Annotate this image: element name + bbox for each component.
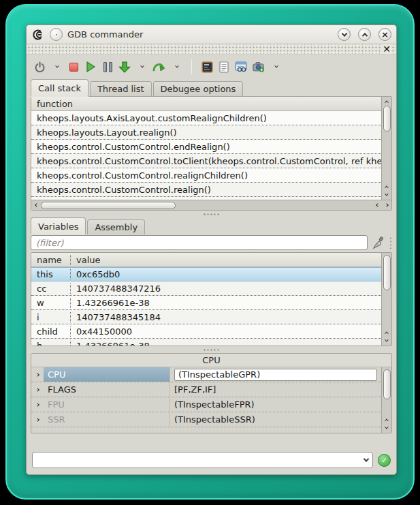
- expand-button[interactable]: [31, 403, 44, 406]
- close-button[interactable]: ×: [378, 28, 391, 41]
- scroll-down-button[interactable]: [383, 424, 391, 432]
- chevron-left-icon: [376, 203, 380, 207]
- scroll-right-button[interactable]: [382, 201, 391, 209]
- chevron-down-icon: [175, 64, 179, 68]
- variable-row[interactable]: cc 140737488347216: [31, 281, 381, 296]
- snapshot-button[interactable]: [253, 59, 265, 75]
- step-over-dropdown[interactable]: [170, 59, 182, 75]
- chevron-down-icon: [385, 338, 389, 342]
- cpu-register-row[interactable]: FLAGS [PF,ZF,IF]: [31, 382, 381, 397]
- stop-button[interactable]: [67, 59, 80, 75]
- chevron-down-icon: [385, 425, 389, 429]
- chevron-up-icon: [361, 33, 367, 38]
- scrollbar-thumb[interactable]: [383, 369, 391, 399]
- dock-close-button[interactable]: ✕: [381, 44, 392, 54]
- variables-panel: name value this 0xc65db0 cc 140737488347…: [31, 252, 392, 346]
- chevron-up-icon: [385, 101, 389, 105]
- panel-splitter[interactable]: [27, 211, 396, 217]
- output-list-button[interactable]: [218, 59, 230, 75]
- chevron-right-icon: [35, 418, 39, 422]
- variables-column-headers[interactable]: name value: [31, 253, 381, 267]
- name-column-header[interactable]: name: [37, 255, 71, 265]
- cpu-vertical-scrollbar[interactable]: [381, 367, 391, 433]
- expand-button[interactable]: [31, 418, 44, 421]
- callstack-column-header[interactable]: function: [31, 97, 381, 111]
- scroll-down-button[interactable]: [383, 191, 391, 199]
- run-button[interactable]: [84, 59, 97, 75]
- send-command-button[interactable]: ✓: [378, 454, 391, 467]
- dock-drag-handle[interactable]: ✕: [27, 44, 396, 55]
- variable-row[interactable]: child 0x44150000: [31, 324, 381, 339]
- chevron-right-icon: [385, 203, 389, 207]
- cpu-register-row[interactable]: CPU (TInspectableGPR): [31, 367, 381, 382]
- gdb-command-input[interactable]: [37, 455, 364, 465]
- cpu-value-editor[interactable]: (TInspectableGPR): [174, 369, 377, 381]
- callstack-row[interactable]: kheops.control.CustomControl.realignChil…: [31, 168, 381, 183]
- power-icon: [34, 61, 46, 73]
- scroll-up-button[interactable]: [383, 97, 391, 106]
- filter-input[interactable]: [31, 235, 368, 250]
- power-dropdown[interactable]: [50, 59, 63, 75]
- cpu-rows: CPU (TInspectableGPR) FLAGS [PF,ZF,IF] F…: [31, 367, 381, 433]
- scroll-left-button-2[interactable]: [373, 201, 382, 209]
- cpu-panel-title: CPU: [31, 354, 391, 367]
- pause-button[interactable]: [101, 59, 114, 75]
- panel-splitter[interactable]: [27, 346, 396, 353]
- chevron-left-icon: [35, 203, 39, 207]
- chevron-down-icon: [274, 64, 278, 68]
- variable-row[interactable]: this 0xc65db0: [31, 267, 381, 281]
- value-column-header[interactable]: value: [71, 255, 101, 265]
- clear-filter-button[interactable]: [372, 234, 385, 251]
- cpu-view-button[interactable]: [201, 59, 213, 75]
- output-list-icon: [219, 61, 229, 73]
- cpu-register-row[interactable]: SSR (TInspectableSSR): [31, 412, 381, 427]
- expand-button[interactable]: [31, 388, 44, 391]
- tab-call-stack[interactable]: Call stack: [31, 79, 88, 96]
- call-stack-panel: function kheops.layouts.AxisLayout.custo…: [31, 96, 392, 211]
- callstack-vertical-scrollbar[interactable]: [381, 97, 391, 200]
- scroll-up-button[interactable]: [383, 416, 391, 424]
- variable-row[interactable]: w 1.43266961e-38: [31, 296, 381, 310]
- debug-tabs: Call stack Thread list Debugee options: [27, 79, 396, 96]
- watch-window-button[interactable]: [235, 59, 248, 75]
- scroll-left-button[interactable]: [32, 201, 41, 209]
- tab-debugee-options[interactable]: Debugee options: [153, 81, 244, 96]
- step-into-button[interactable]: [118, 59, 131, 75]
- chevron-right-icon: [35, 403, 39, 407]
- scrollbar-thumb[interactable]: [383, 255, 391, 290]
- tab-variables[interactable]: Variables: [31, 217, 86, 234]
- variable-tabs: Variables Assembly: [27, 217, 396, 234]
- minimize-button[interactable]: [338, 28, 351, 41]
- chevron-down-icon[interactable]: [364, 456, 369, 461]
- variables-vertical-scrollbar[interactable]: [381, 253, 391, 346]
- tab-assembly[interactable]: Assembly: [87, 219, 145, 234]
- cpu-register-row[interactable]: FPU (TInspectableFPR): [31, 397, 381, 412]
- scroll-up-button[interactable]: [383, 328, 391, 337]
- chevron-up-icon: [385, 186, 389, 190]
- callstack-row[interactable]: kheops.control.CustomControl.endRealign(…: [31, 140, 381, 154]
- dock-grip-dots[interactable]: [389, 236, 392, 249]
- step-over-button[interactable]: [152, 59, 165, 75]
- variable-row[interactable]: i 140737488345184: [31, 310, 381, 324]
- scrollbar-thumb[interactable]: [41, 202, 176, 209]
- maximize-button[interactable]: [358, 28, 371, 41]
- variable-row[interactable]: h 1.43266961e-38: [31, 339, 381, 346]
- callstack-row[interactable]: kheops.control.CustomControl.realign(): [31, 183, 381, 197]
- step-into-dropdown[interactable]: [135, 59, 148, 75]
- callstack-row[interactable]: kheops.layouts.AxisLayout.customRealignC…: [31, 111, 381, 125]
- snapshot-dropdown[interactable]: [270, 59, 282, 75]
- callstack-horizontal-scrollbar[interactable]: [31, 200, 391, 210]
- expand-button[interactable]: [31, 373, 44, 376]
- callstack-row[interactable]: kheops.layouts.Layout.realign(): [31, 125, 381, 140]
- run-icon: [86, 61, 96, 72]
- scroll-up-button-2[interactable]: [383, 183, 391, 191]
- chevron-up-icon: [385, 332, 389, 336]
- scrollbar-thumb[interactable]: [383, 106, 391, 132]
- titlebar: GDB commander ×: [27, 25, 396, 44]
- callstack-row[interactable]: kheops.control.CustomControl.toClient(kh…: [31, 154, 381, 168]
- tab-thread-list[interactable]: Thread list: [90, 81, 152, 96]
- gdb-command-combobox[interactable]: [32, 452, 373, 468]
- power-button[interactable]: [33, 59, 46, 75]
- window-menu-button[interactable]: [50, 28, 63, 41]
- scroll-down-button[interactable]: [383, 337, 391, 345]
